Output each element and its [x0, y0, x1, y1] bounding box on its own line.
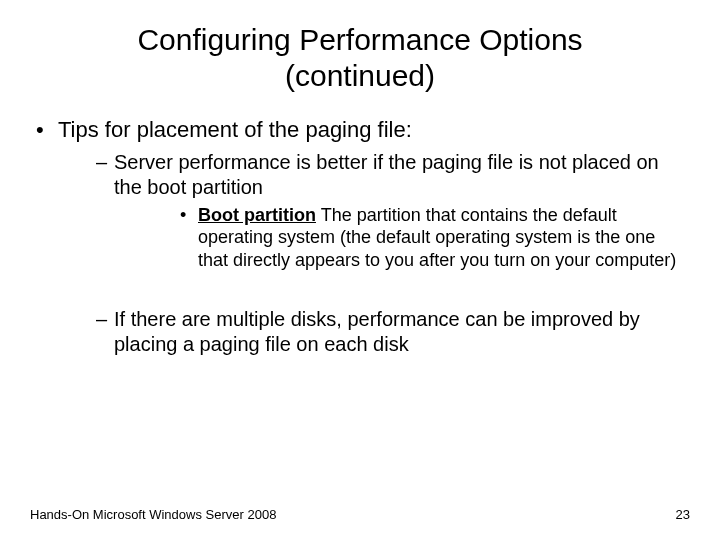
spacer	[58, 277, 690, 301]
bullet-level2: Server performance is better if the pagi…	[58, 150, 690, 272]
bullet-level2: If there are multiple disks, performance…	[58, 307, 690, 357]
bullet-text: Tips for placement of the paging file:	[58, 117, 412, 142]
slide: Configuring Performance Options (continu…	[0, 0, 720, 540]
slide-footer: Hands-On Microsoft Windows Server 2008 2…	[30, 507, 690, 522]
title-line-1: Configuring Performance Options	[137, 23, 582, 56]
bullet-level3: Boot partition The partition that contai…	[114, 204, 690, 272]
slide-title: Configuring Performance Options (continu…	[0, 0, 720, 94]
slide-body: Tips for placement of the paging file: S…	[0, 94, 720, 357]
definition-term: Boot partition	[198, 205, 316, 225]
title-line-2: (continued)	[285, 59, 435, 92]
footer-source: Hands-On Microsoft Windows Server 2008	[30, 507, 276, 522]
bullet-text: If there are multiple disks, performance…	[114, 308, 640, 355]
bullet-level1: Tips for placement of the paging file: S…	[30, 116, 690, 357]
footer-page-number: 23	[676, 507, 690, 522]
bullet-text: Server performance is better if the pagi…	[114, 151, 659, 198]
